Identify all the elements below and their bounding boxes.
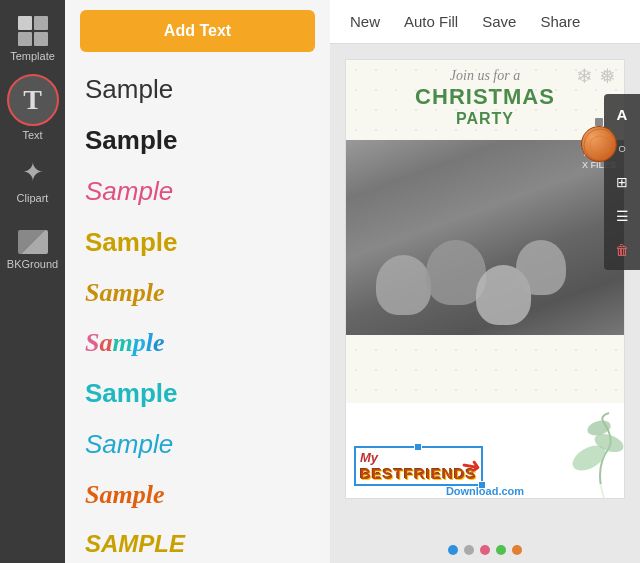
sidebar-label-clipart: Clipart — [17, 192, 49, 204]
text-style-orange-italic[interactable]: Sample — [75, 472, 320, 518]
float-btn-list[interactable]: ☰ — [606, 200, 638, 232]
save-button[interactable]: Save — [482, 13, 516, 30]
top-toolbar: New Auto Fill Save Share — [330, 0, 640, 44]
sidebar-label-text: Text — [22, 129, 42, 141]
selected-text-line2: BESTFRIENDS — [360, 465, 477, 482]
add-text-button[interactable]: Add Text — [80, 10, 315, 52]
float-btn-trash[interactable]: 🗑 — [606, 234, 638, 266]
float-circle-icon: ○ — [618, 140, 626, 156]
dot-5[interactable] — [512, 545, 522, 555]
clipart-icon: ✦ — [22, 157, 44, 188]
text-selection-container[interactable]: My BESTFRIENDS — [354, 446, 483, 486]
text-style-plain[interactable]: Sample — [75, 66, 320, 113]
float-list-icon: ☰ — [616, 208, 629, 224]
design-card[interactable]: Join us for a CHRISTMAS PARTY ❄ ❅ — [345, 59, 625, 499]
handle-top — [414, 443, 422, 451]
card-headline1: Join us for a — [356, 68, 614, 84]
text-style-teal[interactable]: Sample — [75, 370, 320, 417]
text-style-gold-caps[interactable]: SAMPLE — [75, 522, 320, 563]
sidebar-item-text[interactable]: T Text — [7, 74, 59, 141]
right-panel: New Auto Fill Save Share Join us for a C… — [330, 0, 640, 563]
auto-fill-button[interactable]: Auto Fill — [404, 13, 458, 30]
ornament-circle — [581, 126, 617, 162]
card-headline3: PARTY — [356, 110, 614, 128]
dot-4[interactable] — [496, 545, 506, 555]
new-button[interactable]: New — [350, 13, 380, 30]
text-style-pink[interactable]: Sample — [75, 168, 320, 215]
text-style-bold[interactable]: Sample — [75, 117, 320, 164]
sidebar-label-template: Template — [10, 50, 55, 62]
canvas-area: Join us for a CHRISTMAS PARTY ❄ ❅ — [330, 44, 640, 563]
text-icon: T — [23, 84, 42, 116]
dot-1[interactable] — [448, 545, 458, 555]
sidebar-label-bkground: BKGround — [7, 258, 58, 270]
template-icon — [18, 16, 48, 46]
float-layers-icon: ⊞ — [616, 174, 628, 190]
bkground-icon — [18, 230, 48, 254]
sidebar-item-clipart[interactable]: ✦ Clipart — [0, 145, 65, 215]
ornament-svg — [582, 127, 618, 163]
dot-3[interactable] — [480, 545, 490, 555]
text-style-multicolor[interactable]: Sample — [75, 320, 320, 366]
snowflake-deco: ❄ ❅ — [576, 64, 616, 88]
text-style-gold-italic[interactable]: Sample — [75, 270, 320, 316]
bottom-page-dots — [448, 545, 522, 555]
text-style-teal-italic[interactable]: Sample — [75, 421, 320, 468]
sidebar: Template T Text ✦ Clipart BKGround — [0, 0, 65, 563]
float-trash-icon: 🗑 — [615, 242, 629, 258]
text-style-list: Sample Sample Sample Sample Sample Sampl… — [65, 62, 330, 563]
text-styles-panel: Add Text Sample Sample Sample Sample Sam… — [65, 0, 330, 563]
float-btn-layers[interactable]: ⊞ — [606, 166, 638, 198]
photo-area: THEX FILES — [346, 140, 624, 335]
text-style-yellow[interactable]: Sample — [75, 219, 320, 266]
sidebar-item-template[interactable]: Template — [0, 0, 65, 70]
handle-bottom-right — [478, 481, 486, 489]
sidebar-item-bkground[interactable]: BKGround — [0, 215, 65, 285]
dot-2[interactable] — [464, 545, 474, 555]
selected-text-line1: My — [360, 450, 477, 465]
ornament-decoration — [579, 118, 619, 163]
card-headline2: CHRISTMAS — [356, 84, 614, 110]
share-button[interactable]: Share — [540, 13, 580, 30]
ornament-top — [595, 118, 603, 126]
svg-point-0 — [584, 129, 616, 161]
photo-bg: THEX FILES — [346, 140, 624, 335]
